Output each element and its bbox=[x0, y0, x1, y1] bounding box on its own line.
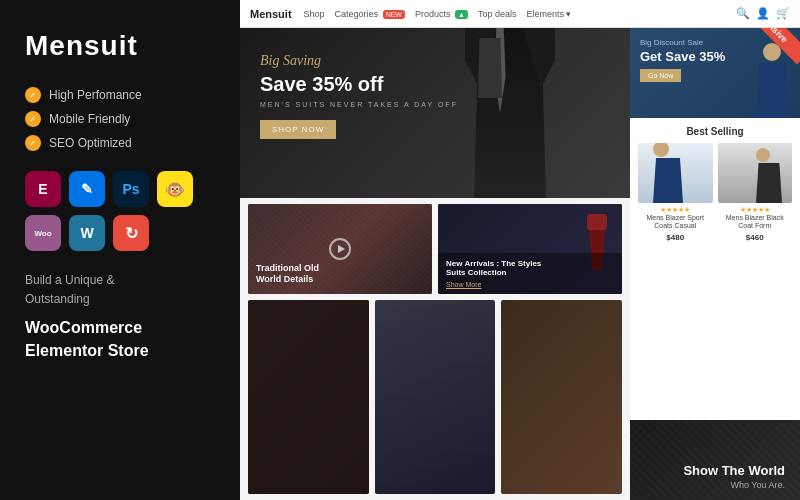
stars-2: ★★★★★ bbox=[718, 206, 793, 214]
hero-text: Big Saving Save 35% off Men's suits neve… bbox=[260, 53, 458, 139]
discount-banner: Big Discount Sale Get Save 35% Go Now bbox=[630, 28, 800, 118]
show-world-banner: Show The World Who You Are. bbox=[630, 420, 800, 500]
left-panel: Mensuit ✓ High Perfomance ✓ Mobile Frien… bbox=[0, 0, 240, 500]
bottom-card-3 bbox=[501, 300, 622, 494]
demo-logo: Mensuit bbox=[250, 8, 292, 20]
hero-headline: Save 35% off bbox=[260, 73, 458, 95]
card-overlay: New Arrivals : The StylesSuits Collectio… bbox=[438, 253, 622, 294]
tool-icons: E ✎ Ps 🐵 Woo W ↻ bbox=[25, 171, 215, 251]
bottom-row bbox=[240, 294, 630, 500]
traditional-card: Traditional Old World Details bbox=[248, 204, 432, 294]
nav-elements[interactable]: Elements ▾ bbox=[526, 9, 571, 19]
best-selling-products: ★★★★★ Mens Blazer Sport Coats Casual $48… bbox=[638, 143, 792, 242]
cart-icon[interactable]: 🛒 bbox=[776, 7, 790, 20]
discount-value: Get Save 35% bbox=[640, 49, 790, 64]
product-name-2: Mens Blazer Black Coat Form bbox=[718, 214, 793, 231]
nav-topdeals[interactable]: Top deals bbox=[478, 9, 517, 19]
refresh-icon: ↻ bbox=[113, 215, 149, 251]
monkey-icon: 🐵 bbox=[157, 171, 193, 207]
wordpress-icon: W bbox=[69, 215, 105, 251]
discount-button[interactable]: Go Now bbox=[640, 69, 681, 82]
check-icon: ✓ bbox=[25, 135, 41, 151]
build-bold: WooCommerceElementor Store bbox=[25, 317, 215, 362]
feature-item: ✓ High Perfomance bbox=[25, 87, 215, 103]
product-price-1: $480 bbox=[638, 233, 713, 242]
feature-list: ✓ High Perfomance ✓ Mobile Friendly ✓ SE… bbox=[25, 87, 215, 151]
stars-1: ★★★★★ bbox=[638, 206, 713, 214]
arrivals-title: New Arrivals : The StylesSuits Collectio… bbox=[446, 259, 614, 277]
bs-product-1: ★★★★★ Mens Blazer Sport Coats Casual $48… bbox=[638, 143, 713, 242]
main-area: Mensuit Shop Categories NEW Products ▲ T… bbox=[240, 0, 800, 500]
check-icon: ✓ bbox=[25, 111, 41, 127]
nav-categories[interactable]: Categories NEW bbox=[335, 9, 405, 19]
show-world-title: Show The World bbox=[683, 463, 785, 480]
best-selling-section: Best Selling ★★★★★ Mens Blazer Sport Coa… bbox=[630, 118, 800, 420]
bs-product-2: ★★★★★ Mens Blazer Black Coat Form $460 bbox=[718, 143, 793, 242]
product-price-2: $460 bbox=[718, 233, 793, 242]
person-dark bbox=[756, 148, 782, 203]
hero-script: Big Saving bbox=[260, 53, 458, 69]
demo-hero: Big Saving Save 35% off Men's suits neve… bbox=[240, 28, 630, 198]
user-icon[interactable]: 👤 bbox=[756, 7, 770, 20]
show-more-link[interactable]: Show More bbox=[446, 281, 614, 288]
woocommerce-icon: Woo bbox=[25, 215, 61, 251]
cards-row: Traditional Old World Details New Ar bbox=[240, 198, 630, 294]
hero-shop-button[interactable]: Shop Now bbox=[260, 120, 336, 139]
build-text: Build a Unique &Outstanding bbox=[25, 271, 215, 309]
search-icon[interactable]: 🔍 bbox=[736, 7, 750, 20]
edit-icon: ✎ bbox=[69, 171, 105, 207]
product-image-1 bbox=[638, 143, 713, 203]
photoshop-icon: Ps bbox=[113, 171, 149, 207]
suit-silhouette bbox=[450, 28, 570, 198]
hero-subline: Men's suits never takes a day off bbox=[260, 101, 458, 108]
person-blue bbox=[653, 143, 683, 203]
show-world-subtitle: Who You Are. bbox=[683, 480, 785, 490]
product-name-1: Mens Blazer Sport Coats Casual bbox=[638, 214, 713, 231]
demo-topbar: Mensuit Shop Categories NEW Products ▲ T… bbox=[240, 0, 800, 28]
demo-search-icons: 🔍 👤 🛒 bbox=[736, 7, 790, 20]
demo-nav: Shop Categories NEW Products ▲ Top deals… bbox=[304, 9, 572, 19]
check-icon: ✓ bbox=[25, 87, 41, 103]
discount-label: Big Discount Sale bbox=[640, 38, 790, 47]
best-selling-title: Best Selling bbox=[638, 126, 792, 137]
feature-item: ✓ Mobile Friendly bbox=[25, 111, 215, 127]
brand-title: Mensuit bbox=[25, 30, 215, 62]
product-image-2 bbox=[718, 143, 793, 203]
elementor-icon: E bbox=[25, 171, 61, 207]
bottom-card-2 bbox=[375, 300, 496, 494]
nav-shop[interactable]: Shop bbox=[304, 9, 325, 19]
nav-products[interactable]: Products ▲ bbox=[415, 9, 468, 19]
card-overlay: Traditional Old World Details bbox=[248, 255, 432, 294]
bottom-card-1 bbox=[248, 300, 369, 494]
content-right: Big Discount Sale Get Save 35% Go Now Be… bbox=[630, 28, 800, 500]
card-label: Traditional Old World Details bbox=[256, 263, 424, 286]
show-world-text: Show The World Who You Are. bbox=[683, 463, 785, 490]
feature-item: ✓ SEO Optimized bbox=[25, 135, 215, 151]
newarrivals-card: New Arrivals : The StylesSuits Collectio… bbox=[438, 204, 622, 294]
demo-wrapper: Mensuit Shop Categories NEW Products ▲ T… bbox=[240, 0, 800, 500]
